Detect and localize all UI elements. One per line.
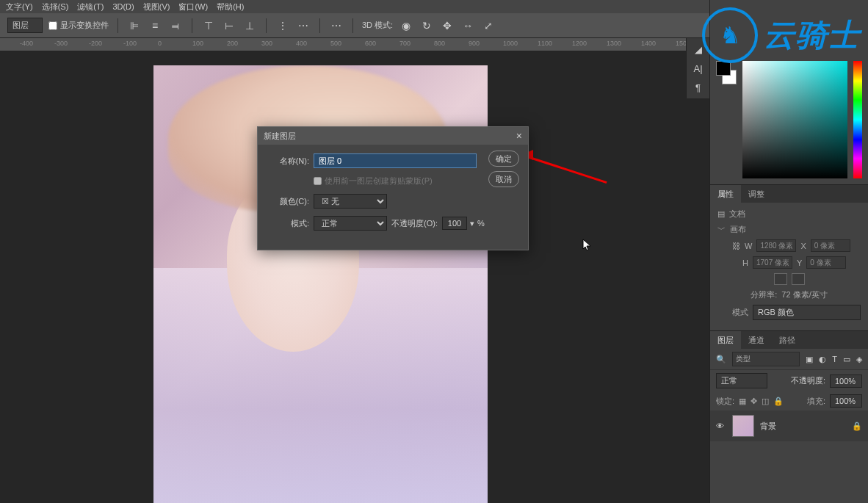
- chevron-down-icon[interactable]: ▾: [470, 219, 474, 228]
- lock-icon: 🔒: [852, 421, 862, 431]
- distribute-h-icon[interactable]: ⋮: [275, 18, 290, 33]
- orientation-portrait-icon[interactable]: [774, 273, 787, 285]
- height-field[interactable]: [753, 256, 792, 269]
- menu-item[interactable]: 帮助(H): [217, 1, 244, 12]
- separator: [192, 18, 192, 33]
- align-bottom-icon[interactable]: ⊥: [242, 18, 257, 33]
- lock-all-icon[interactable]: 🔒: [773, 397, 784, 406]
- ok-button[interactable]: 确定: [488, 151, 519, 167]
- close-icon[interactable]: ×: [516, 130, 522, 142]
- lock-position-icon[interactable]: ✥: [751, 397, 757, 406]
- width-field[interactable]: [756, 239, 796, 252]
- menu-item[interactable]: 选择(S): [42, 1, 69, 12]
- checkbox-label: 显示变换控件: [60, 20, 109, 31]
- color-panel-icon[interactable]: ◢: [690, 43, 706, 56]
- tab-paths[interactable]: 路径: [772, 331, 803, 349]
- clip-mask-checkbox: [314, 177, 322, 185]
- color-select[interactable]: ☒ 无: [314, 194, 387, 209]
- layer-name-label[interactable]: 背景: [760, 421, 846, 432]
- w-label: W: [745, 242, 752, 250]
- filter-image-icon[interactable]: ▣: [806, 355, 813, 364]
- mode-label: 模式:: [268, 218, 309, 229]
- menu-item[interactable]: 窗口(W): [178, 1, 208, 12]
- layer-opacity-label: 不透明度:: [791, 375, 825, 386]
- layer-thumbnail[interactable]: [732, 415, 754, 437]
- hue-slider[interactable]: [853, 61, 862, 178]
- canvas-section-label: 画布: [730, 224, 746, 235]
- opacity-input[interactable]: [442, 217, 467, 230]
- dialog-titlebar[interactable]: 新建图层 ×: [258, 127, 528, 145]
- menu-item[interactable]: 滤镜(T): [77, 1, 104, 12]
- canvas-section-toggle[interactable]: ﹀: [717, 224, 726, 235]
- paragraph-panel-icon[interactable]: ¶: [690, 81, 706, 94]
- resolution-value: 72 像素/英寸: [781, 289, 827, 300]
- link-icon[interactable]: ⛓: [732, 242, 740, 250]
- ruler-mark: 1100: [538, 40, 552, 47]
- separator: [117, 18, 118, 33]
- fill-value[interactable]: 100%: [830, 394, 862, 408]
- lock-pixels-icon[interactable]: ▦: [739, 397, 746, 406]
- slide-3d-icon[interactable]: ↔: [460, 18, 475, 33]
- document-icon: ▤: [717, 209, 725, 219]
- blend-mode-select[interactable]: 正常: [716, 373, 767, 388]
- ruler-mark: 400: [296, 40, 307, 47]
- layer-opacity-value[interactable]: 100%: [830, 374, 862, 388]
- scale-3d-icon[interactable]: ⤢: [481, 18, 496, 33]
- collapsed-panel-rail: ◢ A| ¶: [686, 38, 709, 98]
- filter-type-icon[interactable]: T: [832, 355, 837, 363]
- lock-label: 锁定:: [716, 396, 734, 407]
- ruler-mark: 100: [192, 40, 203, 47]
- color-mode-select[interactable]: RGB 颜色: [753, 305, 861, 320]
- resolution-label: 分辨率:: [751, 289, 777, 300]
- filter-smart-icon[interactable]: ◈: [856, 355, 862, 364]
- align-left-icon[interactable]: ⊫: [127, 18, 142, 33]
- search-icon[interactable]: 🔍: [716, 355, 726, 364]
- x-field[interactable]: [811, 239, 850, 252]
- layer-filter-select[interactable]: 类型: [732, 352, 800, 366]
- pan-3d-icon[interactable]: ✥: [440, 18, 455, 33]
- tab-channels[interactable]: 通道: [741, 331, 772, 349]
- ruler-mark: 1300: [607, 40, 621, 47]
- color-picker-field[interactable]: [742, 61, 847, 178]
- show-transform-checkbox[interactable]: 显示变换控件: [48, 20, 109, 31]
- y-field[interactable]: [806, 256, 846, 269]
- layer-target-select[interactable]: 图层: [7, 18, 43, 33]
- align-middle-icon[interactable]: ⊢: [222, 18, 236, 33]
- character-panel-icon[interactable]: A|: [690, 62, 706, 75]
- menu-item[interactable]: 3D(D): [112, 2, 134, 11]
- ruler-mark: 700: [399, 40, 411, 47]
- layer-name-input[interactable]: [314, 153, 477, 168]
- menu-item[interactable]: 视图(V): [143, 1, 170, 12]
- orientation-landscape-icon[interactable]: [792, 273, 805, 285]
- tab-properties[interactable]: 属性: [710, 185, 741, 203]
- checkbox[interactable]: [48, 21, 57, 30]
- h-label: H: [742, 258, 748, 267]
- cancel-button[interactable]: 取消: [488, 171, 519, 187]
- name-label: 名称(N):: [268, 156, 309, 167]
- visibility-eye-icon[interactable]: 👁: [716, 421, 726, 430]
- ruler-mark: 0: [158, 40, 162, 47]
- ruler-mark: 800: [434, 40, 445, 47]
- ruler-mark: 300: [261, 40, 272, 47]
- distribute-v-icon[interactable]: ⋯: [296, 18, 311, 33]
- clip-mask-label: 使用前一图层创建剪贴蒙版(P): [325, 175, 433, 187]
- ruler-mark: 900: [469, 40, 480, 47]
- align-center-h-icon[interactable]: ≡: [148, 18, 162, 33]
- filter-adjust-icon[interactable]: ◐: [819, 355, 826, 364]
- roll-3d-icon[interactable]: ↻: [419, 18, 434, 33]
- more-icon[interactable]: ⋯: [329, 18, 344, 33]
- filter-shape-icon[interactable]: ▭: [843, 355, 850, 364]
- menu-item[interactable]: 文字(Y): [6, 1, 33, 12]
- lock-artboard-icon[interactable]: ◫: [762, 397, 769, 406]
- tab-adjustments[interactable]: 调整: [741, 185, 772, 203]
- foreground-background-swatches[interactable]: [716, 61, 737, 84]
- blend-mode-select[interactable]: 正常: [314, 216, 387, 231]
- foreground-color-swatch[interactable]: [716, 61, 731, 76]
- align-right-icon[interactable]: ⫤: [168, 18, 183, 33]
- canvas-area[interactable]: [0, 51, 709, 503]
- tab-layers[interactable]: 图层: [710, 331, 741, 349]
- layer-row-background[interactable]: 👁 背景 🔒: [710, 410, 868, 441]
- orbit-3d-icon[interactable]: ◉: [399, 18, 413, 33]
- ruler-mark: 1000: [503, 40, 518, 47]
- align-top-icon[interactable]: ⊤: [201, 18, 216, 33]
